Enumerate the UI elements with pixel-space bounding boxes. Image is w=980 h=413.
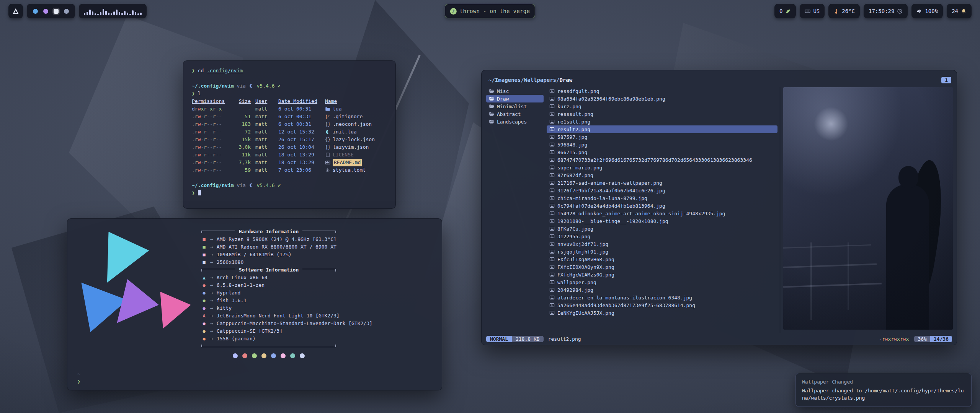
tray-app-files[interactable] xyxy=(52,8,60,15)
file-item[interactable]: 3122955.png xyxy=(547,233,777,240)
folder-item[interactable]: Abstract xyxy=(486,110,544,118)
image-icon xyxy=(549,172,555,178)
file-item[interactable]: 3126f7e9bbf21a8a4af0b67b041c6e26.jpg xyxy=(547,187,777,194)
file-item[interactable]: 08a634fa02a32364f69ebc86a98eb1eb.png xyxy=(547,95,777,102)
file-item[interactable]: 19201080-__blue-tinge__-1920×1080.jpg xyxy=(547,217,777,225)
file-name: EeNKYgIUcAAJ5JX.png xyxy=(557,310,614,316)
visualizer-widget[interactable] xyxy=(79,4,147,18)
file-item[interactable]: FXfcII0X0AQyn9X.png xyxy=(547,263,777,271)
app-purple-icon xyxy=(43,9,48,14)
file-item[interactable]: 587597.jpg xyxy=(547,133,777,141)
keyboard-icon xyxy=(805,8,810,14)
image-icon xyxy=(549,272,555,277)
image-icon xyxy=(549,295,555,300)
terminal-window[interactable]: ❯ cd .config/nvim ~/.config/nvim via v5.… xyxy=(183,60,396,209)
visualizer-bars xyxy=(84,7,142,15)
folder-item[interactable]: Minimalist xyxy=(486,102,544,110)
kernel-value: 6.5.8-zen1-1-zen xyxy=(217,281,265,289)
file-item[interactable]: FXfcHgcWIAMzs0G.png xyxy=(547,271,777,278)
lua-icon xyxy=(249,83,254,88)
tray-app-purple[interactable] xyxy=(42,8,49,15)
tray-app-brush[interactable] xyxy=(63,8,70,15)
markdown-icon xyxy=(325,160,330,165)
temperature-module[interactable]: 26°C xyxy=(828,4,860,18)
gpu-value: AMD ATI Radeon RX 6800/6800 XT / 6900 XT xyxy=(217,243,336,251)
image-icon xyxy=(549,127,555,132)
fastfetch-window[interactable]: Hardware Information ■→AMD Ryzen 9 5900X… xyxy=(67,218,442,390)
file-item[interactable]: re1sult.png xyxy=(547,118,777,125)
ls-header-row: Permissions Size User Date Modified Name xyxy=(192,98,387,105)
folder-name: Misc xyxy=(497,88,509,94)
hyprland-logo xyxy=(67,219,201,390)
file-manager-window[interactable]: ~/Imagenes/Wallpapers/Draw 1 MiscDrawMin… xyxy=(481,70,957,345)
keyboard-layout-module[interactable]: US xyxy=(800,4,825,18)
folder-item[interactable]: Landscapes xyxy=(486,118,544,125)
file-name: .neoconf.json xyxy=(333,120,372,128)
image-icon xyxy=(549,280,555,285)
file-item[interactable]: 68747470733a2f2f696d616765732d7769786d70… xyxy=(547,156,777,164)
file-item[interactable]: rsjqojlmjhf91.jpg xyxy=(547,248,777,255)
file-item[interactable]: 8FKa7Cu.jpeg xyxy=(547,225,777,233)
file-item[interactable]: wallpaper.png xyxy=(547,278,777,286)
file-name: 596848.jpg xyxy=(557,142,587,148)
file-name: LICENSE xyxy=(333,151,354,159)
packages-icon: ● xyxy=(201,335,207,343)
memory-icon: ■ xyxy=(201,251,207,259)
ls-entry: .rw-r--r--183matt6 oct 00:31{}.neoconf.j… xyxy=(192,120,387,128)
json-icon: {} xyxy=(325,136,330,143)
file-item[interactable]: 154928-odinokoe_anime-art-anime-okno-sin… xyxy=(547,210,777,217)
arch-logo-icon xyxy=(12,8,19,15)
volume-module[interactable]: 100% xyxy=(911,4,943,18)
file-item[interactable]: super-mario.png xyxy=(547,164,777,171)
folder-name: Landscapes xyxy=(497,119,527,125)
notifications-value: 24 xyxy=(952,8,958,14)
file-item[interactable]: 5a266e448add93deab367d87173e9f25-6837886… xyxy=(547,301,777,309)
file-name: super-mario.png xyxy=(557,165,602,171)
visualizer-bar xyxy=(129,14,131,15)
file-item[interactable]: result2.png xyxy=(547,125,777,133)
file-item[interactable]: 596848.jpg xyxy=(547,141,777,148)
shell-line: ●→fish 3.6.1 xyxy=(201,297,442,304)
image-icon xyxy=(549,218,555,224)
file-item[interactable]: atardecer-en-la-montanas-ilustracion-634… xyxy=(547,294,777,301)
clock-module[interactable]: 17:50:29 xyxy=(864,4,908,18)
file-name: resssult.png xyxy=(557,111,593,117)
palette-dot xyxy=(233,353,238,358)
tray-app-blue[interactable] xyxy=(32,8,39,15)
music-widget[interactable]: ♪ thrown - on the verge xyxy=(445,4,535,18)
app-files-icon xyxy=(54,9,59,14)
file-list: ressdfgult.png08a634fa02a32364f69ebc86a9… xyxy=(544,87,777,333)
file-name: lua xyxy=(333,105,341,113)
visualizer-bar xyxy=(124,11,126,15)
folder-item[interactable]: Draw xyxy=(486,95,544,102)
file-item[interactable]: 87r687df.png xyxy=(547,171,777,179)
file-item[interactable]: FXfcJlTXgAMvH6R.png xyxy=(547,255,777,263)
bell-icon xyxy=(961,8,967,14)
file-item[interactable]: ressdfgult.png xyxy=(547,87,777,95)
image-icon xyxy=(549,241,555,247)
image-icon xyxy=(549,180,555,185)
packages-line: ●→1558 (pacman) xyxy=(201,335,442,343)
file-item[interactable]: 866715.png xyxy=(547,148,777,156)
file-item[interactable]: resssult.png xyxy=(547,110,777,118)
leaf-icon xyxy=(785,8,791,14)
notifications-module[interactable]: 24 xyxy=(947,4,972,18)
file-item[interactable]: EeNKYgIUcAAJ5JX.png xyxy=(547,309,777,317)
file-item[interactable]: chica-mirando-la-luna-8799.jpg xyxy=(547,194,777,202)
image-icon xyxy=(549,150,555,155)
folder-item[interactable]: Misc xyxy=(486,87,544,95)
tab-badge[interactable]: 1 xyxy=(941,77,951,83)
lua-icon xyxy=(249,183,254,188)
file-name: init.lua xyxy=(333,128,357,136)
clock-value: 17:50:29 xyxy=(869,8,894,14)
packages-value: 1558 (pacman) xyxy=(217,335,256,343)
file-item[interactable]: 20492984.jpg xyxy=(547,286,777,294)
file-item[interactable]: kurz.png xyxy=(547,102,777,110)
file-item[interactable]: 217167-sad-anime-rain-wallpaper.png xyxy=(547,179,777,187)
file-item[interactable]: 0c794faf07de24a4db4d4fb1eb813964.jpg xyxy=(547,202,777,210)
updates-module[interactable]: 0 xyxy=(774,4,796,18)
file-item[interactable]: nnvuv0xj2df71.jpg xyxy=(547,240,777,248)
launcher-button[interactable] xyxy=(8,4,23,18)
desktop: ♪ thrown - on the verge 0US26°C17:50:291… xyxy=(0,0,980,413)
notification-toast[interactable]: Wallpaper Changed Wallpaper changed to /… xyxy=(795,373,972,407)
